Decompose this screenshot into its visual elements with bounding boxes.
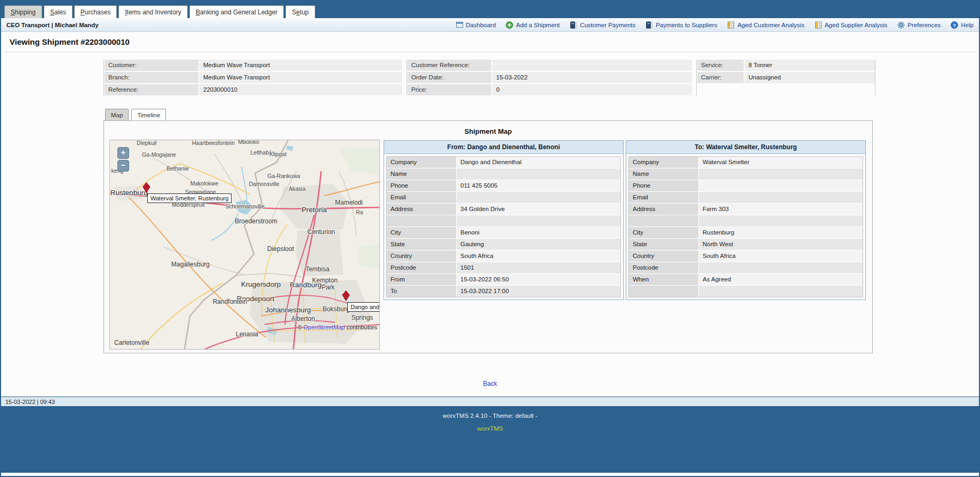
field-value: 15-03-2022 06:50 — [457, 274, 620, 285]
field-value — [699, 180, 863, 191]
back-link[interactable]: Back — [483, 380, 497, 387]
footer-version: worxTMS 2.4.10 - Theme: default - — [0, 413, 980, 419]
field-value: 011 425 5005 — [457, 180, 620, 191]
tab-shipping[interactable]: Shipping — [4, 5, 42, 18]
map-place-label: Boksburg — [323, 305, 350, 313]
field-label: Country — [629, 250, 698, 262]
to-table: To: Waterval Smelter, Rustenburg Company… — [626, 140, 866, 300]
tab-items-inventory[interactable]: Items and Inventory — [118, 5, 187, 18]
map-place-label: Klipgat — [269, 151, 286, 157]
map-place-label: Springs — [352, 314, 373, 321]
help-icon: ? — [951, 21, 958, 29]
attribution-suffix: contributors — [347, 324, 377, 330]
map-tiles — [110, 140, 379, 349]
map-place-label: Magaliesburg — [171, 261, 210, 268]
tab-label: tup — [300, 9, 309, 16]
tab-purchases[interactable]: Purchases — [74, 5, 117, 18]
svg-text:?: ? — [953, 22, 957, 28]
map-place-label: Makolokwe — [190, 180, 219, 187]
field-value: South Africa — [699, 250, 863, 262]
summary-label: Branch: — [105, 72, 198, 83]
help-button[interactable]: ? Help — [951, 21, 974, 29]
map-place-label: Kempton — [312, 277, 338, 284]
field-label: Email — [387, 192, 456, 203]
view-tabbar: Map Timeline — [105, 109, 166, 120]
status-bar: 15-03-2022 | 09:43 — [1, 397, 979, 406]
summary-value: 0 — [492, 84, 692, 95]
shipment-map[interactable]: Diepkuil Haartbeesfontein Mboloko Ga-Mog… — [109, 140, 380, 350]
ledger-icon — [570, 21, 577, 29]
summary-label: Carrier: — [697, 72, 744, 83]
tab-label-key: S — [50, 9, 54, 16]
route-detail-tables: From: Dango and Dienenthal, Benoni Compa… — [384, 140, 866, 300]
dashboard-button[interactable]: Dashboard — [456, 21, 496, 29]
tab-label-key: S — [11, 9, 15, 16]
toolbar-label: Add a Shipment — [516, 22, 560, 28]
tab-banking-ledger[interactable]: Banking and General Ledger — [189, 5, 284, 18]
field-label: Postcode — [387, 262, 456, 273]
tab-sales[interactable]: Sales — [44, 5, 73, 18]
aged-customer-analysis-button[interactable]: Aged Customer Analysis — [727, 21, 804, 29]
back-row: Back — [1, 378, 979, 388]
tab-map[interactable]: Map — [105, 109, 129, 120]
page-title: Viewing Shipment #2203000010 — [10, 37, 130, 46]
toolbar: Dashboard Add a Shipment Customer Paymen… — [456, 21, 974, 29]
summary-label: Customer Reference: — [408, 60, 491, 71]
tab-label: anking and General Ledger — [200, 9, 277, 16]
field-label — [629, 286, 698, 297]
summary-group-order: Customer Reference: Order Date: 15-03-20… — [407, 60, 692, 95]
map-place-label: Ga-Rankuwa — [267, 173, 300, 179]
map-place-label: Johannesburg — [265, 306, 311, 314]
map-zoom-control: + − — [117, 147, 129, 172]
payments-to-suppliers-button[interactable]: Payments to Suppliers — [646, 21, 717, 29]
field-label: Phone — [629, 180, 698, 191]
field-label: To — [387, 286, 456, 297]
tab-label: urchases — [85, 9, 111, 16]
dashboard-icon — [456, 21, 463, 29]
summary-label: Reference: — [105, 84, 198, 95]
tab-label: tems and Inventory — [127, 9, 181, 16]
from-table-body: CompanyDango and Dienenthal Name Phone01… — [386, 156, 621, 297]
field-value: 1501 — [457, 262, 620, 273]
customer-payments-button[interactable]: Customer Payments — [570, 21, 635, 29]
toolbar-label: Dashboard — [466, 22, 496, 28]
map-place-label: Randfontein — [213, 298, 248, 305]
map-place-label: Mamelodi — [335, 199, 363, 206]
shipment-summary: Customer: Medium Wave Transport Branch: … — [103, 60, 875, 95]
worxtms-link[interactable]: worxTMS — [477, 425, 503, 432]
toolbar-label: Preferences — [907, 22, 941, 28]
field-value — [699, 168, 863, 180]
toolbar-label: Aged Supplier Analysis — [825, 22, 888, 28]
tab-timeline[interactable]: Timeline — [131, 109, 166, 120]
map-place-label: Diepkuil — [137, 140, 156, 146]
add-shipment-button[interactable]: Add a Shipment — [506, 21, 560, 29]
aged-supplier-analysis-button[interactable]: Aged Supplier Analysis — [815, 21, 888, 29]
summary-value: Medium Wave Transport — [200, 60, 402, 71]
summary-value: Unassigned — [745, 72, 875, 83]
summary-group-customer: Customer: Medium Wave Transport Branch: … — [103, 60, 402, 95]
field-label — [387, 215, 456, 227]
preferences-button[interactable]: Preferences — [897, 21, 941, 29]
map-place-label: Park — [322, 284, 335, 291]
field-value: Dango and Dienenthal — [457, 157, 620, 168]
field-value: Farm 303 — [699, 204, 863, 215]
attribution-copyright: © — [298, 324, 302, 330]
field-value: Rustenburg — [699, 227, 863, 238]
report-icon — [815, 21, 822, 29]
field-label: Address — [387, 204, 456, 215]
footer-bottom-strip — [1, 473, 979, 476]
map-marker-origin[interactable] — [342, 290, 350, 303]
zoom-in-button[interactable]: + — [117, 147, 129, 159]
tab-setup[interactable]: Setup — [285, 5, 315, 18]
openstreetmap-link[interactable]: OpenStreetMap — [304, 324, 345, 330]
map-place-label: Diepsloot — [267, 245, 294, 253]
from-table-header: From: Dango and Dienenthal, Benoni — [384, 141, 623, 154]
zoom-out-button[interactable]: − — [117, 160, 129, 172]
field-value: South Africa — [457, 250, 620, 262]
field-label: Email — [629, 192, 698, 203]
main-content: Viewing Shipment #2203000010 Customer: M… — [1, 32, 979, 397]
add-icon — [506, 21, 513, 29]
field-value — [457, 192, 620, 203]
app-window: Shipping Sales Purchases Items and Inven… — [0, 0, 980, 477]
map-place-label: Alberton — [291, 315, 315, 322]
